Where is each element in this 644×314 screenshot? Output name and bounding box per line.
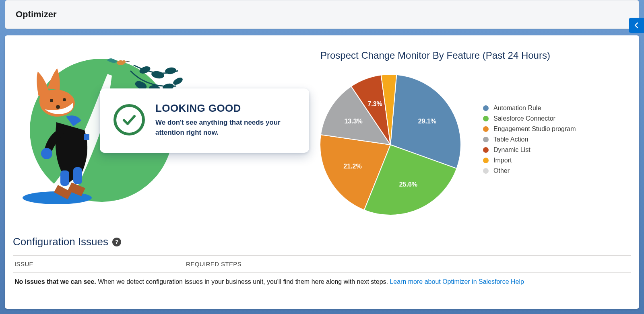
legend-swatch — [483, 137, 489, 142]
legend-label: Import — [493, 157, 512, 164]
config-issues-empty-bold: No issues that we can see. — [14, 278, 96, 285]
page-title: Optimizer — [16, 9, 56, 19]
config-issues-empty: No issues that we can see. When we detec… — [13, 273, 631, 291]
legend-label: Other — [493, 167, 510, 174]
status-title: LOOKING GOOD — [155, 102, 297, 115]
legend-item[interactable]: Engagement Studio program — [483, 125, 576, 133]
svg-rect-3 — [84, 134, 89, 140]
legend-swatch — [483, 147, 489, 153]
col-issue: ISSUE — [13, 261, 186, 267]
svg-rect-5 — [73, 167, 82, 184]
legend-label: Engagement Studio program — [493, 125, 576, 133]
col-required-steps: REQUIRED STEPS — [186, 261, 242, 267]
legend-label: Salesforce Connector — [493, 115, 555, 122]
pie-chart: 29.1%25.6%21.2%13.3%7.3% — [318, 72, 463, 217]
legend-item[interactable]: Salesforce Connector — [483, 115, 576, 122]
svg-rect-4 — [60, 170, 69, 186]
legend-item[interactable]: Other — [483, 167, 576, 174]
page-header: Optimizer — [5, 0, 639, 29]
svg-point-10 — [151, 70, 165, 79]
status-hero: LOOKING GOOD We don't see anything that … — [13, 50, 314, 211]
chart-title: Prospect Change Monitor By Feature (Past… — [320, 50, 631, 61]
svg-point-15 — [172, 76, 184, 86]
legend-label: Automation Rule — [493, 105, 541, 112]
legend-swatch — [483, 105, 489, 111]
status-body: We don't see anything that needs your at… — [155, 118, 297, 138]
svg-point-6 — [50, 99, 53, 102]
config-issues-heading: Configuration Issues — [13, 236, 108, 248]
help-icon[interactable]: ? — [112, 238, 121, 246]
main-panel: LOOKING GOOD We don't see anything that … — [5, 35, 639, 309]
legend-item[interactable]: Import — [483, 157, 576, 164]
status-card: LOOKING GOOD We don't see anything that … — [100, 88, 309, 153]
legend-item[interactable]: Automation Rule — [483, 105, 576, 112]
config-issues-table-header: ISSUE REQUIRED STEPS — [13, 255, 631, 273]
legend-item[interactable]: Dynamic List — [483, 146, 576, 154]
svg-point-2 — [41, 148, 52, 159]
legend-label: Dynamic List — [493, 146, 530, 154]
side-expand-tab[interactable] — [629, 18, 644, 33]
config-issues-section: Configuration Issues ? ISSUE REQUIRED ST… — [13, 236, 631, 291]
help-link[interactable]: Learn more about Optimizer in Salesforce… — [390, 278, 524, 285]
svg-point-7 — [63, 98, 66, 101]
legend-label: Table Action — [493, 136, 528, 143]
legend-swatch — [483, 116, 489, 121]
svg-point-17 — [122, 60, 126, 64]
chevron-left-icon — [634, 22, 640, 29]
config-issues-empty-text: When we detect configuration issues in y… — [96, 278, 390, 285]
legend-swatch — [483, 168, 489, 174]
svg-point-8 — [56, 105, 60, 109]
check-circle-icon — [114, 104, 145, 135]
legend-item[interactable]: Table Action — [483, 136, 576, 143]
chart-section: Prospect Change Monitor By Feature (Past… — [318, 50, 631, 217]
chart-legend: Automation RuleSalesforce ConnectorEngag… — [483, 105, 576, 178]
legend-swatch — [483, 158, 489, 163]
legend-swatch — [483, 126, 489, 132]
